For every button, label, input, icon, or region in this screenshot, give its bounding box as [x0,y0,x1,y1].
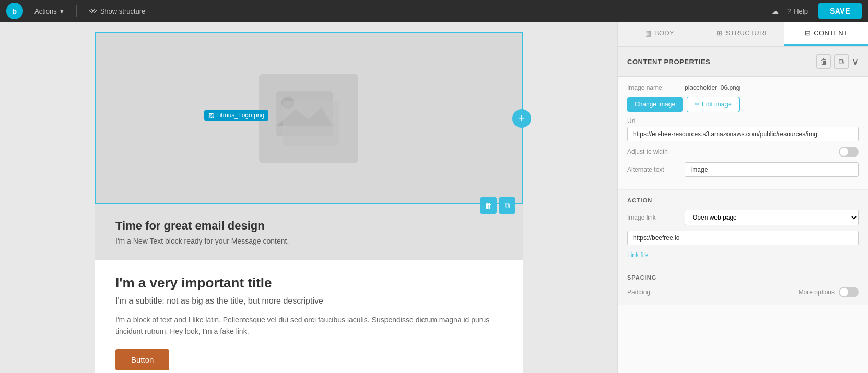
app-logo: b [6,3,23,19]
url-input[interactable] [627,127,859,141]
image-link-row: Image link Open web page Send email Call… [627,210,859,225]
alternate-text-label: Alternate text [627,166,679,173]
action-title: ACTION [627,197,859,203]
content-properties-header: CONTENT PROPERTIES 🗑 ⧉ ∨ [618,47,868,77]
separator [76,5,77,17]
link-file-button[interactable]: Link file [627,251,649,259]
image-block[interactable]: 🖼 Litmus_Logo.png + 🗑 ⧉ [95,32,523,204]
url-label: Url [627,117,859,125]
delete-block-button[interactable]: 🗑 [480,197,497,214]
alternate-text-input[interactable] [685,162,859,177]
content-tab-icon: ⊟ [805,29,811,37]
chevron-down-icon: ▾ [60,7,64,15]
upload-button[interactable]: ☁ [772,7,779,15]
canvas-area: 🖼 Litmus_Logo.png + 🗑 ⧉ Time for great e… [0,22,617,373]
copy-block-button[interactable]: ⧉ [499,197,515,214]
adjust-to-width-label: Adjust to width [627,148,679,155]
spacing-section: SPACING Padding More options [618,267,868,305]
action-section: ACTION Image link Open web page Send ema… [618,190,868,267]
image-buttons-row: Change image ✏ Edit image [627,97,859,112]
text-heading: Time for great email design [115,219,502,233]
padding-label: Padding [627,288,650,296]
adjust-to-width-toggle[interactable] [839,147,859,157]
props-title: CONTENT PROPERTIES [627,58,710,66]
body-tab-icon: ▦ [645,29,651,37]
padding-row: Padding More options [627,287,859,297]
cloud-upload-icon: ☁ [772,7,779,15]
more-options-label: More options [799,288,835,296]
canvas-inner: 🖼 Litmus_Logo.png + 🗑 ⧉ Time for great e… [95,32,523,363]
content-subtitle: I'm a subtitle: not as big as the title,… [115,296,502,306]
collapse-button[interactable]: ∨ [852,54,859,69]
cta-button[interactable]: Button [115,349,169,370]
delete-props-button[interactable]: 🗑 [816,54,831,69]
file-badge: 🖼 Litmus_Logo.png [204,110,268,121]
image-placeholder [259,74,358,163]
actions-menu[interactable]: Actions ▾ [30,5,68,17]
svg-rect-3 [283,101,339,146]
content-body: I'm a block of text and I like latin. Pe… [115,314,502,338]
help-button[interactable]: ? Help [787,7,808,15]
image-name-row: Image name: placeholder_06.png [627,84,859,91]
image-name-value: placeholder_06.png [685,84,740,91]
copy-props-button[interactable]: ⧉ [834,54,849,69]
topbar: b Actions ▾ 👁 Show structure ☁ ? Help SA… [0,0,868,22]
add-block-button[interactable]: + [512,109,531,128]
spacing-title: SPACING [627,274,859,281]
tab-content[interactable]: ⊟ CONTENT [784,22,868,46]
text-subtext: I'm a New Text block ready for your Mess… [115,237,502,245]
show-structure-button[interactable]: 👁 Show structure [85,5,150,18]
help-icon: ? [787,7,791,15]
image-link-select[interactable]: Open web page Send email Call phone Link… [685,210,858,225]
alternate-text-row: Alternate text [627,162,859,177]
panel-tabs: ▦ BODY ⊞ STRUCTURE ⊟ CONTENT [618,22,868,47]
actions-button[interactable]: Actions ▾ [30,5,68,17]
padding-toggle[interactable] [839,287,859,297]
more-options: More options [799,287,859,297]
file-icon: 🖼 [208,112,214,118]
change-image-button[interactable]: Change image [627,97,683,112]
save-button[interactable]: SAVE [818,3,862,19]
structure-tab-icon: ⊞ [717,29,722,37]
adjust-to-width-row: Adjust to width [627,147,859,157]
main-layout: 🖼 Litmus_Logo.png + 🗑 ⧉ Time for great e… [0,22,868,373]
tab-body[interactable]: ▦ BODY [618,22,701,46]
right-panel: ▦ BODY ⊞ STRUCTURE ⊟ CONTENT CONTENT PRO… [617,22,868,373]
image-name-section: Image name: placeholder_06.png Change im… [618,77,868,190]
edit-icon: ✏ [695,101,700,108]
image-link-label: Image link [627,214,679,221]
toggle-knob [840,148,848,156]
props-actions: 🗑 ⧉ ∨ [816,54,859,69]
block-toolbar: 🗑 ⧉ [480,197,515,214]
text-block: Time for great email design I'm a New Te… [95,204,523,260]
edit-image-button[interactable]: ✏ Edit image [687,97,740,112]
tab-structure[interactable]: ⊞ STRUCTURE [701,22,785,46]
eye-icon: 👁 [89,7,97,16]
content-title: I'm a very important title [115,275,502,291]
image-name-label: Image name: [627,84,679,91]
image-link-select-wrap[interactable]: Open web page Send email Call phone Link… [685,210,859,225]
link-url-input[interactable] [627,231,859,245]
content-block: I'm a very important title I'm a subtitl… [95,260,523,373]
toggle-knob-2 [840,288,848,296]
